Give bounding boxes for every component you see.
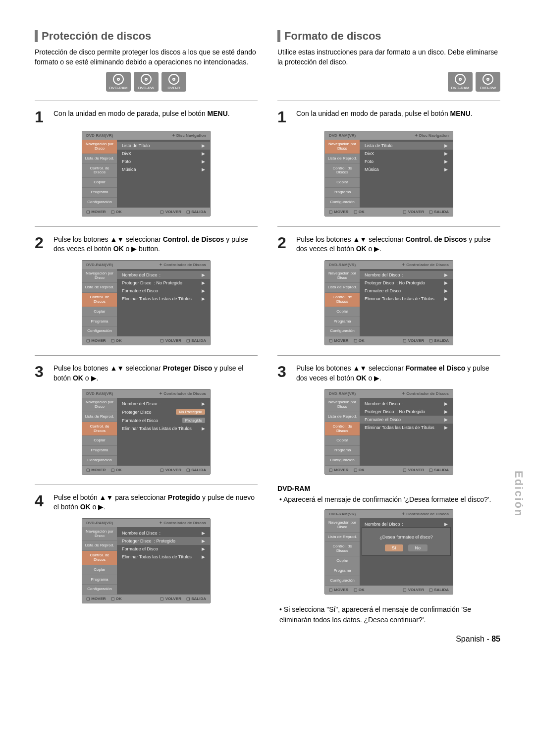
sidebar-item-programa[interactable]: Programa — [325, 317, 360, 327]
row-musica[interactable]: Música▶ — [360, 165, 453, 173]
text-bold: OK — [356, 374, 367, 382]
sidebar-item-lista[interactable]: Lista de Reprod. — [325, 154, 360, 164]
section-title-format: Formato de discos — [277, 30, 500, 43]
sidebar-item-lista[interactable]: Lista de Reprod. — [82, 154, 117, 164]
sidebar-item-control[interactable]: Control. de Discos — [82, 422, 117, 436]
sidebar-item-config[interactable]: Configuración — [325, 456, 360, 466]
row-proteger[interactable]: Proteger Disco : No Protegido▶ — [117, 279, 210, 287]
sidebar-item-programa[interactable]: Programa — [325, 188, 360, 198]
sidebar-item-config[interactable]: Configuración — [325, 576, 360, 586]
dialog-message: ¿Desea formatee el disco? — [365, 535, 447, 540]
sidebar-item-copiar[interactable]: Copiar — [82, 436, 117, 446]
sidebar-item-copiar[interactable]: Copiar — [82, 178, 117, 188]
row-eliminar[interactable]: Eliminar Todas las Listas de Títulos▶ — [117, 295, 210, 303]
sidebar-item-lista[interactable]: Lista de Reprod. — [325, 283, 360, 293]
row-proteger[interactable]: Proteger Disco : Protegido▶ — [117, 537, 210, 545]
row-proteger[interactable]: Proteger Disco : No Protegido▶ — [360, 279, 453, 287]
row-nombre[interactable]: Nombre del Disco:▶ — [360, 271, 453, 279]
sidebar-item-copiar[interactable]: Copiar — [325, 307, 360, 317]
sidebar-item-programa[interactable]: Programa — [82, 188, 117, 198]
sidebar-item-copiar[interactable]: Copiar — [82, 565, 117, 575]
chevron-right-icon: ▶ — [444, 417, 448, 422]
colon: : — [397, 409, 398, 414]
step-text: Pulse los botones ▲▼ seleccionar Control… — [296, 235, 500, 254]
sidebar-item-config[interactable]: Configuración — [82, 585, 117, 594]
sidebar-item-nav[interactable]: Navegación por Disco — [325, 269, 360, 283]
row-lista-titulo[interactable]: Lista de Título▶ — [360, 142, 453, 150]
row-formatee[interactable]: Formatee el Disco▶ — [360, 287, 453, 295]
row-nombre[interactable]: Nombre del Disco:▶ — [360, 400, 453, 408]
sidebar-item-copiar[interactable]: Copiar — [325, 178, 360, 188]
sidebar-item-lista[interactable]: Lista de Reprod. — [325, 533, 360, 542]
row-eliminar[interactable]: Eliminar Todas las Listas de Títulos▶ — [360, 424, 453, 432]
chevron-right-icon: ▶ — [202, 296, 205, 301]
sidebar-item-programa[interactable]: Programa — [82, 317, 117, 327]
row-divx[interactable]: DivX▶ — [117, 150, 210, 158]
sidebar-item-nav[interactable]: Navegación por Disco — [325, 398, 360, 412]
sidebar-item-control[interactable]: Control. de Discos — [325, 422, 360, 436]
sidebar-item-nav[interactable]: Navegación por Disco — [82, 398, 117, 412]
row-eliminar[interactable]: Eliminar Todas las Listas de Títulos▶ — [117, 553, 210, 561]
sidebar-item-nav[interactable]: Navegación por Disco — [82, 269, 117, 283]
sidebar-item-config[interactable]: Configuración — [325, 198, 360, 208]
sidebar-item-nav[interactable]: Navegación por Disco — [82, 140, 117, 154]
row-formatee[interactable]: Formatee el Disco▶ — [117, 545, 210, 553]
sidebar-item-lista[interactable]: Lista de Reprod. — [82, 283, 117, 293]
sidebar-item-config[interactable]: Configuración — [325, 326, 360, 336]
lbl: Nombre del Disco — [365, 401, 400, 406]
value: No Protegido — [399, 409, 426, 414]
row-proteger[interactable]: Proteger Disco : No Protegido▶ — [360, 408, 453, 416]
row-formatee[interactable]: Formatee el DiscoProtegido — [117, 416, 210, 425]
sidebar-item-copiar[interactable]: Copiar — [325, 556, 360, 566]
sidebar-item-nav[interactable]: Navegación por Disco — [82, 527, 117, 541]
row-nombre[interactable]: Nombre del Disco:▶ — [117, 271, 210, 279]
row-divx[interactable]: DivX▶ — [360, 150, 453, 158]
row-foto[interactable]: Foto▶ — [360, 158, 453, 165]
sidebar-item-control[interactable]: Control. de Discos — [82, 293, 117, 307]
option-protegido[interactable]: Protegido — [182, 418, 205, 423]
dialog-no-button[interactable]: No — [408, 544, 428, 551]
row-formatee[interactable]: Formatee el Disco▶ — [117, 287, 210, 295]
sidebar-item-lista[interactable]: Lista de Reprod. — [82, 412, 117, 422]
dialog-si-button[interactable]: Sí — [385, 544, 403, 551]
row-nombre[interactable]: Nombre del Disco:▶ — [117, 529, 210, 537]
sidebar-item-copiar[interactable]: Copiar — [82, 307, 117, 317]
osd-header: DVD-RAM(VR) Controlador de Discos — [82, 389, 210, 398]
sidebar-item-config[interactable]: Configuración — [82, 326, 117, 336]
sidebar-item-config[interactable]: Configuración — [82, 198, 117, 208]
row-musica[interactable]: Música▶ — [117, 165, 210, 173]
sidebar-item-programa[interactable]: Programa — [325, 446, 360, 456]
divider — [35, 485, 258, 485]
disc-icon — [113, 74, 124, 85]
chevron-right-icon: ▶ — [202, 426, 205, 431]
option-no-protegido[interactable]: No Protegido — [176, 409, 205, 415]
sidebar-item-nav[interactable]: Navegación por Disco — [325, 140, 360, 154]
row-nombre[interactable]: Nombre del Disco:▶ — [117, 400, 210, 408]
row-proteger[interactable]: Proteger DiscoNo Protegido — [117, 408, 210, 416]
sidebar-item-copiar[interactable]: Copiar — [325, 436, 360, 446]
row-eliminar[interactable]: Eliminar Todas las Listas de Títulos▶ — [117, 425, 210, 432]
sidebar-item-control[interactable]: Control. de Discos — [325, 542, 360, 556]
sidebar-item-config[interactable]: Configuración — [82, 456, 117, 466]
lbl: Nombre del Disco — [365, 522, 400, 527]
sidebar-item-lista[interactable]: Lista de Reprod. — [82, 541, 117, 551]
step-number: 3 — [277, 364, 291, 379]
sidebar-item-programa[interactable]: Programa — [82, 575, 117, 585]
row-eliminar[interactable]: Eliminar Todas las Listas de Títulos▶ — [360, 295, 453, 303]
sidebar-item-control[interactable]: Control. de Discos — [325, 164, 360, 178]
sidebar-item-programa[interactable]: Programa — [325, 566, 360, 576]
sidebar-item-programa[interactable]: Programa — [82, 446, 117, 456]
footer-mover: MOVER — [329, 588, 349, 592]
row-label: Formatee el Disco — [365, 288, 401, 293]
sidebar-item-nav[interactable]: Navegación por Disco — [325, 518, 360, 533]
sidebar-item-control[interactable]: Control. de Discos — [82, 551, 117, 565]
sidebar-item-control[interactable]: Control. de Discos — [82, 164, 117, 178]
footer-ok: OK — [111, 468, 122, 472]
sidebar-item-lista[interactable]: Lista de Reprod. — [325, 412, 360, 422]
sidebar-item-control[interactable]: Control. de Discos — [325, 293, 360, 307]
row-lista-titulo[interactable]: Lista de Título▶ — [117, 142, 210, 150]
row-formatee[interactable]: Formatee el Disco▶ — [360, 416, 453, 424]
row-foto[interactable]: Foto▶ — [117, 158, 210, 165]
lbl: Proteger Disco — [122, 539, 152, 543]
lbl: Nombre del Disco — [122, 531, 158, 536]
